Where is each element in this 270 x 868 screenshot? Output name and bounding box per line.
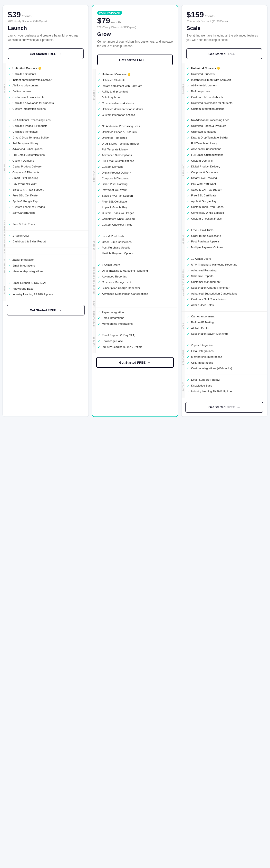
feature-item: ✓Advanced Subscriptions	[8, 147, 85, 151]
feature-item: ✓Email Integrations	[187, 349, 264, 353]
feature-item: ✓Pay What You Want	[98, 188, 174, 192]
features-inner-checkout-launch: ✓No Additional Processing Fees✓Unlimited…	[3, 115, 88, 218]
feature-text: Smart Pixel Tracking	[191, 176, 217, 180]
cta-button-top[interactable]: Get Started FREE →	[186, 49, 262, 59]
check-icon: ✓	[187, 286, 189, 290]
section-label-text-support: SUPPORT	[182, 381, 184, 392]
section-label-text-apps: APPS	[4, 249, 5, 254]
cta-button-top[interactable]: Get Started FREE →	[97, 55, 173, 65]
section-apps-scale: APPS✓Cart Abandonment✓Built-in AB Testin…	[182, 312, 267, 340]
section-label-text-integrations: INTEGRATIONS	[4, 258, 5, 274]
feature-item: ✓Post-Purchase Upsells	[98, 246, 174, 250]
feature-item: ✓Customer Management	[98, 280, 174, 284]
section-label-checkout: CHECKOUT	[182, 115, 185, 225]
cta-button-top[interactable]: Get Started FREE →	[8, 49, 84, 59]
feature-item: ✓Coupons & Discounts	[8, 170, 85, 175]
features-inner-upsells-launch: ✓Free & Paid Trials	[3, 219, 88, 229]
check-icon: ✓	[98, 339, 100, 343]
check-icon: ✓	[8, 90, 11, 94]
feature-item: ✓3 Admin Users	[98, 263, 174, 267]
cta-button-bottom[interactable]: Get Started FREE →	[7, 305, 85, 315]
cta-label-bottom: Get Started FREE	[30, 308, 56, 312]
feature-item: ✓Zapier Integration	[187, 343, 264, 348]
feature-text: Dashboard & Sales Report	[12, 240, 46, 243]
check-icon: ✓	[8, 136, 11, 140]
feature-text: Knowledge Base	[191, 383, 212, 388]
feature-item: ✓Coupons & Discounts	[187, 170, 264, 175]
feature-item: ✓Knowledge Base	[8, 287, 85, 291]
feature-text: UTM Tracking & Marketing Reporting	[102, 269, 148, 273]
cta-button-bottom[interactable]: Get Started FREE →	[96, 357, 174, 368]
feature-text: SamCart Branding	[12, 211, 35, 215]
feature-text: Email Support (Priority)	[191, 378, 220, 382]
feature-item: ✓Built-in quizzes	[187, 89, 264, 94]
check-icon: ✓	[8, 287, 11, 291]
check-icon: ✓	[8, 281, 11, 285]
section-label-text-checkout: CHECKOUT	[4, 161, 5, 173]
check-icon: ✓	[98, 84, 100, 88]
feature-item: ✓Unlimited Courses🟡	[8, 66, 85, 70]
check-icon: ✓	[187, 367, 189, 371]
feature-text: Free & Paid Trials	[102, 234, 124, 238]
check-icon: ✓	[98, 269, 100, 273]
feature-item: ✓Unlimited Students	[98, 78, 174, 83]
feature-text: No Additional Processing Fees	[102, 124, 140, 128]
feature-text: Industry Leading 99.98% Uptime	[102, 345, 142, 349]
plan-header-scale: $159 /month 20% Yearly Discount ($1,910/…	[182, 5, 267, 63]
feature-item: ✓Custom integration actions	[8, 107, 85, 111]
feature-text: Drag & Drop Template Builder	[12, 135, 50, 140]
section-label-apps: APPS	[92, 300, 96, 307]
check-icon: ✓	[187, 217, 189, 221]
section-label-text-apps: APPS	[93, 301, 95, 306]
feature-item: ✓Unlimited downloads for students	[187, 101, 264, 105]
check-icon: ✓	[8, 107, 11, 111]
feature-item: ✓Coupons & Discounts	[98, 177, 174, 181]
check-icon: ✓	[187, 136, 189, 140]
feature-text: Free SSL Certificate	[12, 193, 37, 197]
feature-text: Digital Product Delivery	[102, 170, 131, 175]
section-support-grow: SUPPORT✓Email Support (1 Day SLA)✓Knowle…	[92, 330, 178, 353]
feature-text: 1 Admin User	[12, 234, 29, 238]
section-label-text-apps: APPS	[182, 323, 184, 329]
feature-text: Ability to drip content	[191, 84, 217, 87]
feature-text: Coupons & Discounts	[12, 170, 39, 174]
feature-text: Admin User Roles	[191, 303, 214, 307]
feature-text: Ability to drip content	[12, 84, 38, 87]
cta-button-bottom[interactable]: Get Started FREE →	[185, 402, 263, 412]
feature-item: ✓Smart Pixel Tracking	[8, 176, 85, 180]
feature-text: Smart Pixel Tracking	[102, 182, 128, 186]
check-icon: ✓	[8, 118, 11, 122]
check-icon: ✓	[187, 66, 189, 70]
feature-text: Schedule Reports	[191, 274, 213, 278]
check-icon: ✓	[8, 194, 11, 198]
feature-item: ✓Unlimited Students	[187, 72, 264, 76]
feature-item: ✓Unlimited Pages & Products	[98, 130, 174, 134]
check-icon: ✓	[187, 332, 189, 336]
check-icon: ✓	[187, 269, 189, 273]
feature-item: ✓Multiple Payment Options	[187, 245, 264, 250]
section-checkout-grow: CHECKOUT✓No Additional Processing Fees✓U…	[92, 121, 178, 231]
check-icon: ✓	[187, 378, 189, 382]
feature-item: ✓Custom Thank You Pages	[8, 205, 85, 209]
feature-text: Free & Paid Trials	[12, 222, 35, 226]
feature-text: Coupons & Discounts	[102, 177, 129, 180]
bottom-cta-grow: Get Started FREE →	[92, 353, 178, 372]
feature-item: ✓Advanced Subscriptions	[187, 147, 264, 151]
feature-item: ✓Schedule Reports	[187, 274, 264, 278]
check-icon: ✓	[187, 257, 189, 261]
plan-header-grow: Most Popular $79 /month 20% Yearly Disco…	[92, 5, 178, 69]
plan-name: Grow	[97, 31, 173, 37]
feature-item: ✓Unlimited Templates	[187, 130, 264, 134]
feature-text: Pay What You Want	[102, 188, 127, 192]
check-icon: ✓	[98, 292, 100, 296]
feature-text: Membership Integrations	[102, 322, 133, 326]
arrow-icon: →	[58, 52, 62, 56]
check-icon: ✓	[98, 311, 100, 315]
features-inner-courses-scale: ✓Unlimited Courses🟡✓Unlimited Students✓I…	[182, 63, 267, 114]
check-icon: ✓	[8, 205, 11, 209]
feature-text: Email Integrations	[191, 349, 213, 353]
feature-item: ✓Digital Product Delivery	[98, 170, 174, 175]
section-label-text-team: MANAGE YOUR BUSINESS	[93, 267, 95, 293]
check-icon: ✓	[98, 240, 100, 244]
feature-text: Email Integrations	[102, 316, 124, 320]
